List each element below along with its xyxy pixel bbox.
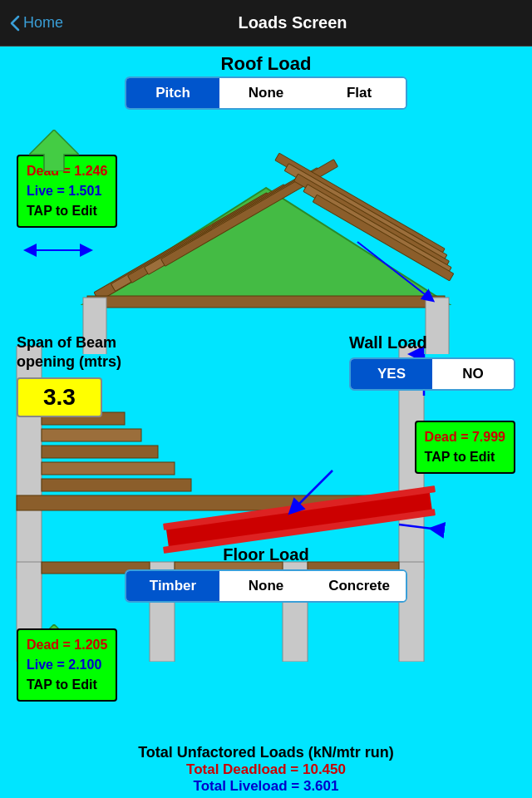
wall-toggle: YES NO <box>349 357 515 391</box>
wall-option-no[interactable]: NO <box>432 359 514 389</box>
span-value[interactable]: 3.3 <box>17 377 102 417</box>
pitch-toggle: Pitch None Flat <box>125 76 407 110</box>
floor-dead-value: 1.205 <box>74 638 107 652</box>
floor-tap-label: TAP to Edit <box>27 675 107 695</box>
svg-marker-38 <box>29 130 79 171</box>
roof-diagram <box>0 113 532 354</box>
floor-option-concrete[interactable]: Concrete <box>313 571 406 601</box>
total-section: Total Unfactored Loads (kN/mtr run) Tota… <box>0 744 532 795</box>
svg-rect-11 <box>87 296 445 308</box>
svg-rect-21 <box>42 462 175 475</box>
wall-dead-line: Dead = 7.999 <box>425 427 505 447</box>
total-live: Total Liveload = 3.601 <box>0 778 532 795</box>
floor-live-line: Live = 2.100 <box>27 655 107 675</box>
svg-rect-20 <box>42 446 158 458</box>
wall-dead-value: 7.999 <box>472 430 505 444</box>
floor-live-value: 2.100 <box>68 658 101 672</box>
wall-load-title: Wall Load <box>349 333 515 352</box>
back-button[interactable]: Home <box>10 14 63 32</box>
svg-rect-19 <box>42 429 141 441</box>
page-title: Loads Screen <box>63 13 522 32</box>
floor-dead-line: Dead = 1.205 <box>27 635 107 655</box>
roof-tap-label: TAP to Edit <box>27 201 107 221</box>
main-content: Roof Load Pitch None Flat <box>0 47 532 798</box>
roof-live-line: Live = 1.501 <box>27 181 107 201</box>
floor-load-section: Floor Load Timber None Concrete <box>0 545 532 603</box>
roof-live-label: Live = <box>27 184 68 198</box>
wall-option-yes[interactable]: YES <box>351 359 432 389</box>
floor-toggle: Timber None Concrete <box>125 569 407 603</box>
span-section: Span of Beam opening (mtrs) 3.3 <box>17 333 121 417</box>
floor-load-title: Floor Load <box>0 545 532 564</box>
total-title: Total Unfactored Loads (kN/mtr run) <box>0 744 532 761</box>
navbar: Home Loads Screen <box>0 0 532 47</box>
pitch-option-none[interactable]: None <box>219 78 313 108</box>
svg-rect-22 <box>42 479 191 491</box>
floor-option-none[interactable]: None <box>219 571 313 601</box>
wall-tap-label: TAP to Edit <box>425 447 505 467</box>
wall-dead-label: Dead = <box>425 430 472 444</box>
pitch-option-flat[interactable]: Flat <box>313 78 406 108</box>
wall-load-section: Wall Load YES NO <box>349 333 515 391</box>
roof-load-title: Roof Load <box>0 53 532 75</box>
floor-live-label: Live = <box>27 658 68 672</box>
wall-info-box[interactable]: Dead = 7.999 TAP to Edit <box>415 421 515 474</box>
pitch-option-pitch[interactable]: Pitch <box>126 78 219 108</box>
roof-live-value: 1.501 <box>68 184 101 198</box>
back-label: Home <box>23 14 63 32</box>
floor-option-timber[interactable]: Timber <box>126 571 219 601</box>
total-dead: Total Deadload = 10.450 <box>0 761 532 778</box>
span-label: Span of Beam opening (mtrs) <box>17 333 121 372</box>
roof-dead-value: 1.246 <box>74 164 107 178</box>
floor-dead-label: Dead = <box>27 638 74 652</box>
floor-info-box[interactable]: Dead = 1.205 Live = 2.100 TAP to Edit <box>17 628 117 702</box>
